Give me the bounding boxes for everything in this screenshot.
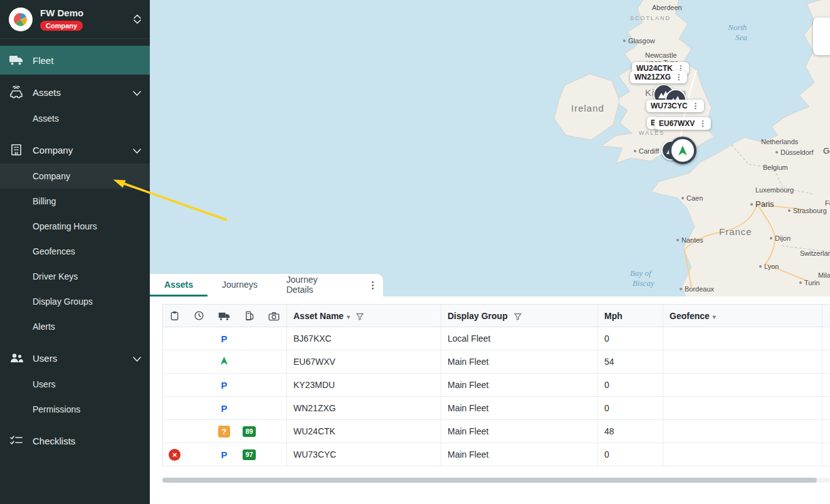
sidebar-item-company[interactable]: Company xyxy=(0,164,150,189)
geofence-cell xyxy=(663,420,822,443)
column-fuel xyxy=(237,305,262,327)
truck-icon xyxy=(218,312,231,321)
tab-assets[interactable]: Assets xyxy=(150,274,208,297)
tab-journeys[interactable]: Journeys xyxy=(208,274,272,297)
geofence-cell xyxy=(663,443,822,466)
sidebar-item-label: Permissions xyxy=(33,404,80,414)
chip-menu-icon[interactable]: ⋮ xyxy=(675,73,683,81)
display-group-cell: Main Fleet xyxy=(441,397,598,420)
table-header-row: Asset Name▾ Display Group Mph Geofence▾ xyxy=(163,305,830,327)
map-label-france: France xyxy=(719,226,752,237)
sidebar-section-company[interactable]: Company xyxy=(0,136,150,164)
sidebar-section-assets[interactable]: Assets xyxy=(0,78,150,106)
table-row[interactable]: ? 89 WU24CTK Main Fleet 48 xyxy=(163,420,830,443)
parked-icon: P xyxy=(221,333,227,344)
mph-cell: 0 xyxy=(598,327,663,350)
filter-icon[interactable] xyxy=(356,313,364,320)
clipboard-icon xyxy=(169,310,180,321)
map-label-milan-cut: Mila xyxy=(818,271,830,279)
map-chip-wu73cyc[interactable]: WU73CYC ⋮ xyxy=(646,100,704,112)
sidebar-item-label: Display Groups xyxy=(33,297,93,307)
map-label-belgium: Belgium xyxy=(763,164,788,171)
chip-label: WN21ZXG xyxy=(634,73,671,81)
map-zoom-control[interactable] xyxy=(813,18,830,55)
column-geofence[interactable]: Geofence▾ xyxy=(663,305,822,327)
geofence-cell xyxy=(663,327,822,350)
chevron-down-icon xyxy=(133,353,141,364)
map-label-paris: Paris xyxy=(750,199,774,209)
table-row[interactable]: P WN21ZXG Main Fleet 0 xyxy=(163,397,830,420)
display-group-cell: Main Fleet xyxy=(441,374,598,397)
tab-label: Journey Details xyxy=(286,275,345,295)
unknown-status-icon: ? xyxy=(218,426,230,438)
horizontal-scrollbar-thumb[interactable] xyxy=(162,478,817,483)
tabs-overflow-menu-icon[interactable]: ⋮ xyxy=(362,274,383,297)
chip-menu-icon[interactable]: ⋮ xyxy=(692,102,700,110)
column-display-group[interactable]: Display Group xyxy=(441,305,598,327)
sidebar-item-assets[interactable]: Assets xyxy=(0,106,150,131)
chevron-down-icon xyxy=(133,145,141,155)
table-row[interactable]: × P 97 WU73CYC Main Fleet 0 xyxy=(163,443,830,466)
filter-icon[interactable] xyxy=(514,313,522,320)
map-label-germany-cut: Ge xyxy=(823,146,830,155)
mph-cell: 0 xyxy=(598,443,663,466)
moving-arrow-icon xyxy=(219,357,229,367)
sidebar-section-label: Checklists xyxy=(33,436,75,446)
clock-icon xyxy=(194,310,204,321)
sidebar-item-label: Assets xyxy=(33,113,59,123)
app: FW Demo Company Fleet Assets Assets xyxy=(0,0,830,504)
map-label-wales: WALES xyxy=(639,130,665,136)
tab-journey-details[interactable]: Journey Details xyxy=(272,274,359,297)
chip-menu-icon[interactable]: ⋮ xyxy=(699,119,707,128)
map-chip-wn21zxg[interactable]: WN21ZXG ⋮ xyxy=(630,71,687,83)
sidebar-section-users[interactable]: Users xyxy=(0,344,150,372)
sidebar: FW Demo Company Fleet Assets Assets xyxy=(0,0,150,504)
sidebar-item-alerts[interactable]: Alerts xyxy=(0,314,150,339)
display-group-cell: Main Fleet xyxy=(441,443,598,466)
sidebar-item-billing[interactable]: Billing xyxy=(0,189,150,214)
map-label-turin: Turin xyxy=(799,279,820,286)
sort-caret-icon[interactable]: ▾ xyxy=(347,313,350,320)
map-label-aberdeen: Aberdeen xyxy=(652,4,682,11)
map-label-bordeaux: Bordeaux xyxy=(680,285,714,293)
sidebar-section-label: Company xyxy=(33,145,73,155)
map-label-nantes: Nantes xyxy=(676,236,703,244)
map-label-north-sea-2: Sea xyxy=(735,33,747,43)
table-row[interactable]: P KY23MDU Main Fleet 0 xyxy=(163,374,830,397)
sidebar-item-fleet[interactable]: Fleet xyxy=(0,46,150,75)
column-asset-name[interactable]: Asset Name▾ xyxy=(287,305,441,327)
display-group-cell: Local Fleet xyxy=(441,327,598,350)
moving-vehicle-marker[interactable] xyxy=(669,137,696,164)
map-label-dijon: Dijon xyxy=(770,234,791,242)
org-type-badge: Company xyxy=(40,21,83,31)
sidebar-item-display-groups[interactable]: Display Groups xyxy=(0,289,150,314)
table-row[interactable]: P BJ67KXC Local Fleet 0 xyxy=(163,327,830,350)
column-clock xyxy=(187,305,212,327)
org-switcher-chevrons-icon[interactable] xyxy=(134,14,141,24)
sidebar-section-checklists[interactable]: Checklists xyxy=(0,427,150,454)
geofence-cell xyxy=(663,397,822,420)
sidebar-item-operating-hours[interactable]: Operating Hours xyxy=(0,214,150,239)
asset-name-cell: BJ67KXC xyxy=(287,327,441,350)
table-row[interactable]: EU67WXV Main Fleet 54 xyxy=(163,350,830,374)
sidebar-item-geofences[interactable]: Geofences xyxy=(0,239,150,264)
map[interactable]: Aberdeen SCOTLAND Glasgow Newcastle upon… xyxy=(150,0,830,297)
org-switcher[interactable]: FW Demo Company xyxy=(0,0,150,39)
assets-table: Asset Name▾ Display Group Mph Geofence▾ xyxy=(162,304,830,466)
map-label-ireland: Ireland xyxy=(571,103,604,113)
sort-caret-icon[interactable]: ▾ xyxy=(713,313,716,320)
sidebar-item-users[interactable]: Users xyxy=(0,372,150,397)
column-label: Display Group xyxy=(448,311,508,321)
camera-icon xyxy=(268,312,280,321)
map-label-scotland: SCOTLAND xyxy=(630,15,671,21)
parked-icon: P xyxy=(221,449,227,460)
map-label-lyon: Lyon xyxy=(759,263,779,270)
sidebar-section-label: Users xyxy=(33,353,57,364)
asset-name-cell: EU67WXV xyxy=(287,350,441,374)
display-group-cell: Main Fleet xyxy=(441,420,598,443)
sidebar-item-permissions[interactable]: Permissions xyxy=(0,397,150,422)
map-label-glasgow: Glasgow xyxy=(623,37,655,45)
assets-panel: Asset Name▾ Display Group Mph Geofence▾ xyxy=(150,297,830,504)
map-chip-eu67wxv[interactable]: EU67WXV ⋮ xyxy=(654,117,711,130)
sidebar-item-driver-keys[interactable]: Driver Keys xyxy=(0,264,150,289)
